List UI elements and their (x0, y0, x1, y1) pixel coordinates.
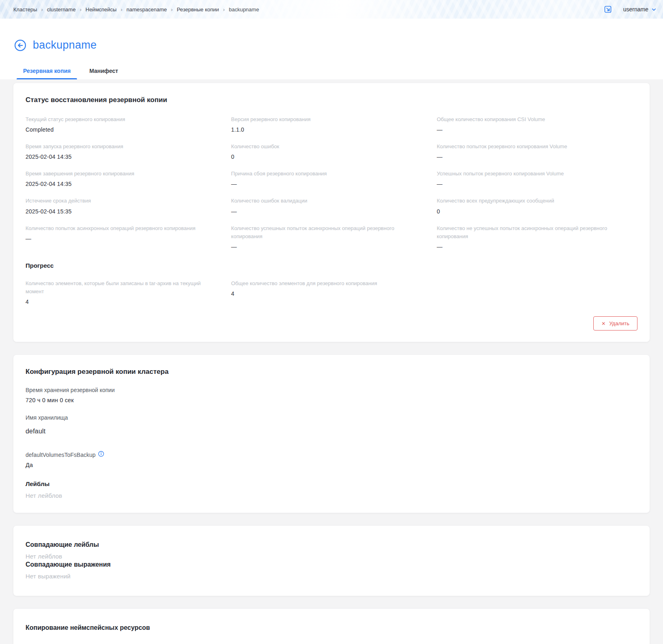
field-value: 1.1.0 (231, 126, 432, 133)
breadcrumb-separator: › (121, 6, 122, 13)
field-async-failed: Количество не успешных попыток асинхронн… (437, 224, 637, 250)
field-value: — (437, 181, 637, 187)
field-validation-errors: Количество ошибок валидации — (231, 197, 432, 214)
resources-card-title: Копирование неймспейсных ресурсов (26, 624, 637, 631)
breadcrumb-separator: › (41, 6, 43, 13)
field-label: Причина сбоя резервного копирования (231, 170, 421, 178)
field-volume-attempts: Количество попыток резервного копировани… (437, 143, 637, 160)
field-value: — (437, 154, 637, 160)
field-label: Количество не успешных попыток асинхронн… (437, 224, 627, 241)
matching-expressions-empty: Нет выражений (26, 573, 637, 580)
field-label: Количество ошибок валидации (231, 197, 421, 205)
chevron-down-icon (651, 7, 657, 12)
progress-grid: Количество элементов, которые были запис… (26, 279, 637, 305)
field-storage-name: Имя хранилища default (26, 414, 637, 435)
page-head: backupname Резервная копия Манифест (0, 19, 663, 79)
matching-labels-title: Совпадающие лейблы (26, 541, 637, 548)
field-label: Количество всех предупреждающих сообщени… (437, 197, 627, 205)
field-value: 0 (437, 208, 637, 215)
field-value: default (26, 428, 637, 435)
content: Статус восстановления резервной копии Те… (13, 79, 650, 644)
field-label: Количество попыток асинхронных операций … (26, 224, 216, 232)
field-csi-volume-total: Общее количество копирования CSI Volume … (437, 115, 637, 133)
field-value: 4 (231, 290, 432, 297)
status-fields-grid: Текущий статус резервного копирования Co… (26, 115, 637, 250)
field-label: Истечение срока действия (26, 197, 216, 205)
matching-expressions-title: Совпадающие выражения (26, 561, 637, 568)
field-value: — (437, 243, 637, 250)
field-value: — (231, 208, 432, 215)
field-label: Количество ошибок (231, 143, 421, 151)
breadcrumb-item-current: backupname (229, 6, 259, 13)
field-failure-reason: Причина сбоя резервного копирования — (231, 170, 432, 187)
field-async-success: Количество успешных попыток асинхронных … (231, 224, 432, 250)
field-label: Общее количество элементов для резервног… (231, 279, 421, 288)
field-value: 0 (231, 154, 432, 160)
field-value: — (231, 181, 432, 187)
card-actions: ✕ Удалить (26, 316, 637, 331)
field-label: Количество успешных попыток асинхронных … (231, 224, 421, 241)
field-label: Время запуска резервного копирования (26, 143, 216, 151)
labels-empty-text: Нет лейблов (26, 492, 637, 499)
field-current-status: Текущий статус резервного копирования Co… (26, 115, 226, 133)
user-menu[interactable]: username (623, 6, 657, 13)
field-label: Имя хранилища (26, 414, 68, 421)
breadcrumb: Кластеры › clustername › Неймспейсы › na… (13, 6, 259, 13)
field-value: 720 ч 0 мин 0 сек (26, 397, 637, 403)
breadcrumb-item-namespaces[interactable]: Неймспейсы (86, 6, 117, 13)
field-label: Время хранения резервной копии (26, 387, 115, 393)
field-async-attempts: Количество попыток асинхронных операций … (26, 224, 226, 250)
field-label: Успешных попыток резервного копирования … (437, 170, 627, 178)
delete-button-label: Удалить (609, 320, 629, 326)
progress-title: Прогресс (26, 262, 637, 269)
status-card-title: Статус восстановления резервной копии (26, 96, 637, 104)
breadcrumb-item-clustername[interactable]: clustername (47, 6, 76, 13)
field-value: — (26, 235, 226, 242)
delete-button[interactable]: ✕ Удалить (593, 316, 637, 331)
matching-card: Совпадающие лейблы Нет лейблов Совпадающ… (13, 526, 650, 596)
breadcrumb-separator: › (223, 6, 225, 13)
page: Кластеры › clustername › Неймспейсы › na… (0, 0, 663, 644)
field-default-volumes-to-fs-backup: defaultVolumesToFsBackup Да (26, 451, 637, 468)
topbar-right: username (604, 5, 658, 13)
breadcrumb-item-namespacename[interactable]: namespacename (126, 6, 167, 13)
matching-labels-empty: Нет лейблов (26, 553, 637, 560)
field-value: 2025-02-04 14:35 (26, 154, 226, 160)
field-value: 4 (26, 299, 226, 305)
field-value: — (437, 126, 637, 133)
breadcrumb-item-backups[interactable]: Резервные копии (177, 6, 219, 13)
tab-manifest[interactable]: Манифест (83, 64, 124, 79)
field-start-time: Время запуска резервного копирования 202… (26, 143, 226, 160)
breadcrumb-separator: › (80, 6, 81, 13)
info-icon[interactable] (98, 451, 104, 457)
field-value: Completed (26, 126, 226, 133)
external-link-icon[interactable] (604, 5, 612, 13)
breadcrumb-item-clusters[interactable]: Кластеры (13, 6, 37, 13)
field-backup-version: Версия резервного копирования 1.1.0 (231, 115, 432, 133)
field-label: Количество элементов, которые были запис… (26, 279, 216, 296)
config-card: Конфигурация резервной копии кластера Вр… (13, 355, 650, 513)
back-icon[interactable] (14, 39, 26, 51)
status-card: Статус восстановления резервной копии Те… (13, 83, 650, 342)
labels-section-title: Лейблы (26, 480, 637, 487)
field-errors-count: Количество ошибок 0 (231, 143, 432, 160)
field-label: Общее количество копирования CSI Volume (437, 115, 627, 124)
field-expiration: Истечение срока действия 2025-02-04 15:3… (26, 197, 226, 214)
field-items-written: Количество элементов, которые были запис… (26, 279, 226, 305)
page-title: backupname (33, 39, 97, 51)
close-icon: ✕ (601, 321, 605, 326)
field-completion-time: Время завершения резервного копирования … (26, 170, 226, 187)
field-label: Количество попыток резервного копировани… (437, 143, 627, 151)
field-warnings-count: Количество всех предупреждающих сообщени… (437, 197, 637, 214)
field-label: Версия резервного копирования (231, 115, 421, 124)
field-label: defaultVolumesToFsBackup (26, 452, 96, 458)
field-retention-time: Время хранения резервной копии 720 ч 0 м… (26, 386, 637, 403)
tab-backup[interactable]: Резервная копия (17, 64, 77, 79)
field-label: Время завершения резервного копирования (26, 170, 216, 178)
field-value: — (231, 243, 432, 250)
top-bar: Кластеры › clustername › Неймспейсы › na… (0, 0, 663, 19)
username-label: username (623, 6, 648, 13)
field-value: 2025-02-04 14:35 (26, 181, 226, 187)
field-volume-success: Успешных попыток резервного копирования … (437, 170, 637, 187)
field-value: Да (26, 462, 637, 468)
